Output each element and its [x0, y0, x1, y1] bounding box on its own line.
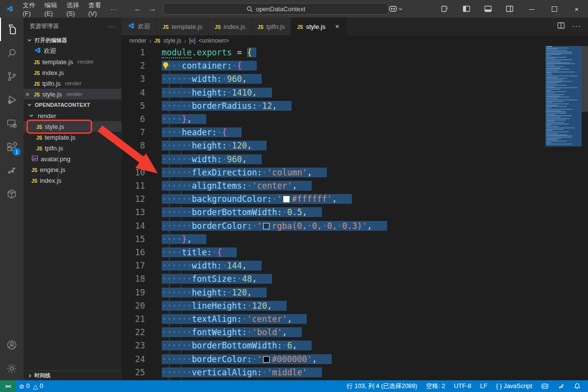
open-editor-template.js[interactable]: JStemplate.jsrender — [24, 56, 122, 67]
toggle-panel-button[interactable] — [477, 0, 499, 18]
tab-style.js[interactable]: JSstyle.js× — [291, 18, 347, 35]
settings-gear-icon[interactable] — [0, 357, 24, 380]
activity-bar: 1 — [0, 18, 24, 380]
nav-back-button[interactable]: ← — [134, 4, 142, 13]
editor-group-badge: render — [66, 91, 82, 97]
tree-item-avatar.png[interactable]: avatar.png — [24, 153, 122, 164]
breadcrumb-symbol[interactable]: <unknown> — [198, 37, 229, 44]
vscode-icon — [127, 22, 135, 31]
title-bar: 文件(F)编辑(E)选择(S)查看(V)··· ← → openDataCont… — [0, 0, 588, 18]
timeline-section[interactable]: 时间线 — [24, 370, 122, 380]
tab-index.js[interactable]: JSindex.js — [209, 18, 251, 35]
package-icon[interactable] — [0, 182, 24, 206]
remote-explorer-icon[interactable] — [0, 112, 24, 135]
source-control-icon[interactable] — [0, 65, 24, 88]
code-line-2: ····container:·{ — [162, 59, 257, 73]
close-icon[interactable]: × — [24, 91, 31, 98]
encoding[interactable]: UTF-8 — [449, 380, 475, 392]
symbol-icon — [189, 38, 196, 44]
code-line-12: ······backgroundColor:·'#ffffff', — [162, 193, 352, 206]
tab-欢迎[interactable]: 欢迎 — [122, 18, 157, 35]
line-number: 24 — [122, 353, 145, 366]
js-icon: JS — [31, 166, 37, 173]
extensions-icon[interactable]: 1 — [0, 135, 24, 159]
lightbulb-icon[interactable] — [162, 61, 171, 71]
breadcrumb-file[interactable]: style.js — [163, 37, 181, 44]
open-editor-tplfn.js[interactable]: JStplfn.jsrender — [24, 78, 122, 89]
copilot-status-icon[interactable] — [537, 380, 553, 392]
color-swatch — [263, 223, 270, 229]
code-line-15: ····}, — [162, 233, 206, 246]
search-text: openDataContext — [256, 5, 305, 13]
notifications-bell-icon[interactable] — [569, 380, 585, 392]
code-line-5: ······borderRadius:·12, — [162, 99, 292, 113]
menu-选择(S)[interactable]: 选择(S) — [62, 2, 84, 15]
editor-more-actions[interactable]: ··· — [572, 22, 581, 31]
sidebar-title: 资源管理器 — [29, 22, 59, 30]
breadcrumb-folder[interactable]: render — [129, 37, 147, 44]
tree-item-engine.js[interactable]: JSengine.js — [24, 164, 122, 175]
toggle-primary-sidebar-button[interactable] — [456, 0, 477, 18]
copilot-menu-button[interactable] — [389, 4, 403, 13]
blocks-flag-status-icon[interactable] — [553, 380, 569, 392]
js-icon: JS — [36, 145, 42, 152]
line-number: 2 — [122, 59, 145, 73]
language-mode[interactable]: { } JavaScript — [491, 380, 537, 392]
nav-forward-button[interactable]: → — [148, 4, 156, 13]
minimap[interactable] — [545, 46, 582, 380]
scrollbar-thumb[interactable] — [582, 46, 588, 112]
tree-item-template.js[interactable]: JStemplate.js — [24, 132, 122, 143]
remote-indicator[interactable]: >< — [0, 380, 16, 392]
blocks-flag-icon[interactable] — [0, 159, 24, 182]
tree-item-style.js[interactable]: JSstyle.js — [24, 121, 122, 132]
js-icon: JS — [36, 123, 42, 130]
open-editors-header[interactable]: 打开的编辑器 — [24, 35, 122, 46]
tab-template.js[interactable]: JStemplate.js — [157, 18, 209, 35]
js-icon: JS — [297, 23, 303, 30]
project-root-header[interactable]: OPENDATACONTEXT — [24, 99, 122, 110]
js-file-icon: JS — [154, 38, 160, 44]
indentation[interactable]: 空格: 2 — [421, 380, 449, 392]
code-line-6: ····}, — [162, 113, 206, 126]
menu-文件(F)[interactable]: 文件(F) — [18, 2, 40, 15]
tree-item-render[interactable]: render — [24, 110, 122, 121]
command-center-search[interactable]: openDataContext — [163, 3, 389, 15]
window-maximize-button[interactable] — [543, 0, 565, 18]
js-icon: JS — [215, 23, 220, 30]
problems-indicator[interactable]: ⊘0 △0 — [16, 380, 47, 392]
open-editor-style.js[interactable]: ×JSstyle.jsrender — [24, 89, 122, 99]
line-number: 3 — [122, 73, 145, 86]
cursor-position[interactable]: 行 103, 列 4 (已选择2089) — [343, 380, 422, 392]
code-line-13: ······borderBottomWidth:·0.5, — [162, 206, 322, 219]
eol-sequence[interactable]: LF — [476, 380, 492, 392]
customize-layout-button[interactable] — [434, 0, 456, 18]
split-editor-button[interactable] — [557, 22, 565, 31]
tree-item-tplfn.js[interactable]: JStplfn.js — [24, 143, 122, 153]
menu-···[interactable]: ··· — [106, 2, 121, 15]
window-close-button[interactable]: × — [565, 0, 588, 18]
search-icon — [246, 6, 253, 12]
menu-编辑(E)[interactable]: 编辑(E) — [40, 2, 62, 15]
open-editor-index.js[interactable]: JSindex.js — [24, 67, 122, 78]
window-minimize-button[interactable]: ─ — [520, 0, 543, 18]
line-number: 4 — [122, 86, 145, 99]
vscode-logo-icon — [6, 4, 13, 14]
line-number: 17 — [122, 259, 145, 272]
line-number: 13 — [122, 206, 145, 219]
code-area[interactable]: module.exports = {····container:·{······… — [122, 46, 588, 380]
search-view-icon[interactable] — [0, 41, 24, 65]
line-number: 8 — [122, 139, 145, 152]
account-icon[interactable] — [0, 333, 24, 357]
tab-close-icon[interactable]: × — [333, 23, 341, 30]
editor-group-badge: render — [77, 59, 94, 65]
run-debug-icon[interactable] — [0, 88, 24, 112]
explorer-icon[interactable] — [0, 18, 24, 41]
tab-tplfn.js[interactable]: JStplfn.js — [251, 18, 291, 35]
tree-item-index.js[interactable]: JSindex.js — [24, 175, 122, 186]
menu-查看(V)[interactable]: 查看(V) — [84, 2, 106, 15]
code-line-26: ····}, — [162, 379, 206, 380]
toggle-secondary-sidebar-button[interactable] — [499, 0, 520, 18]
open-editor-欢迎[interactable]: 欢迎 — [24, 46, 122, 56]
sidebar-more-actions[interactable]: ··· — [108, 23, 116, 30]
line-number: 23 — [122, 339, 145, 352]
